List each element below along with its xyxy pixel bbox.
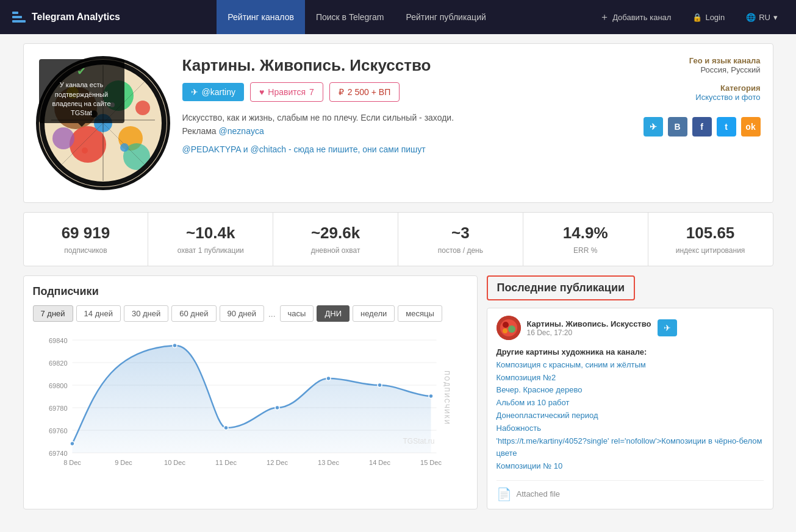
publications-panel: Последние публикации Картины. Живопис (487, 275, 773, 509)
channel-profile: ✔ У канала есть подтверждённый владелец … (23, 43, 773, 203)
pub-content-title: Другие картины художника на канале: (497, 347, 647, 356)
subscribers-chart: 69840 69820 69800 69780 69760 69740 (33, 331, 468, 477)
facebook-share-icon[interactable]: f (692, 117, 712, 137)
svg-point-51 (503, 322, 509, 328)
chitach-link[interactable]: @chitach (251, 144, 287, 154)
stat-err-value: 14.9% (529, 224, 642, 243)
pub-attached-file: 📄 Attached file (497, 480, 764, 502)
channel-contacts: @PEDAKTYPA и @chitach - сюда не пишите, … (182, 144, 631, 154)
like-count: 7 (309, 87, 314, 97)
chart-panel: Подписчики 7 дней 14 дней 30 дней 60 дне… (23, 275, 478, 509)
filter-90days[interactable]: 90 дней (220, 305, 264, 322)
stat-daily-reach-value: ~29.6k (279, 224, 392, 243)
plus-icon: ＋ (600, 11, 609, 24)
svg-text:69840: 69840 (48, 337, 67, 344)
svg-point-17 (82, 147, 88, 154)
stat-subscribers: 69 919 подписчиков (24, 213, 149, 266)
desc-line2: Реклама (182, 126, 217, 136)
pedaktypa-link[interactable]: @PEDAKTYPA (182, 144, 241, 154)
header: Telegram Analytics Рейтинг каналов Поиск… (0, 0, 796, 34)
filter-7days[interactable]: 7 дней (33, 305, 73, 322)
pub-telegram-button[interactable]: ✈ (658, 319, 677, 336)
logo-bar-2 (12, 16, 22, 18)
svg-text:11 Dec: 11 Dec (215, 459, 237, 466)
add-channel-label: Добавить канал (612, 13, 671, 22)
globe-icon: 🌐 (746, 13, 756, 22)
category-link[interactable]: Искусство и фото (695, 93, 760, 102)
stat-err-label: ERR % (573, 246, 597, 255)
filter-hours[interactable]: часы (280, 305, 314, 322)
pub-link-1[interactable]: Композиция №2 (497, 373, 556, 382)
category-value: Искусство и фото (695, 93, 760, 102)
pub-link-0[interactable]: Композиция с красным, синим и жёлтым (497, 360, 646, 369)
filter-14days[interactable]: 14 дней (76, 305, 121, 322)
category-section: Категория Искусство и фото (695, 83, 760, 102)
pub-content: Другие картины художника на канале: Комп… (497, 346, 764, 473)
stat-posts-day-label: постов / день (438, 246, 483, 255)
like-button[interactable]: ♥ Нравится 7 (250, 82, 323, 102)
channel-info: Картины. Живопись. Искусство ✈ @kartiny … (182, 56, 631, 190)
verified-tooltip: ✔ У канала есть подтверждённый владелец … (39, 59, 124, 123)
pub-channel-info: Картины. Живопись. Искусство 16 Dec, 17:… (527, 319, 651, 337)
telegram-share-icon[interactable]: ✈ (644, 117, 663, 137)
publications-title: Последние публикации (487, 275, 636, 300)
nav-search[interactable]: Поиск в Telegram (305, 0, 395, 34)
pub-link-7[interactable]: Композиции № 10 (497, 461, 563, 470)
filter-days[interactable]: ДНИ (317, 305, 350, 322)
attached-file-label: Attached file (517, 489, 561, 498)
price-button[interactable]: ₽ 2 500 + ВП (329, 82, 400, 102)
svg-point-35 (275, 406, 279, 410)
pub-link-2[interactable]: Вечер. Красное дерево (497, 385, 583, 394)
svg-point-33 (173, 344, 177, 348)
language-selector[interactable]: 🌐 RU ▾ (740, 13, 784, 22)
filter-months[interactable]: месяцы (398, 305, 442, 322)
bottom-section: Подписчики 7 дней 14 дней 30 дней 60 дне… (23, 275, 773, 509)
stat-posts-day-value: ~3 (404, 224, 517, 243)
svg-text:10 Dec: 10 Dec (164, 459, 185, 466)
logo-icon (12, 12, 26, 23)
pub-link-5[interactable]: Набожность (497, 424, 541, 433)
pub-link-3[interactable]: Альбом из 10 работ (497, 398, 570, 407)
nav-publications-rating[interactable]: Рейтинг публикаций (395, 0, 497, 34)
category-title: Категория (695, 83, 760, 93)
odnoklassniki-share-icon[interactable]: ok (741, 117, 761, 137)
svg-point-34 (224, 426, 228, 430)
svg-text:13 Dec: 13 Dec (318, 459, 339, 466)
stat-citation: 105.65 индекс цитирования (648, 213, 773, 266)
svg-text:69740: 69740 (48, 450, 67, 457)
lang-label: RU (759, 13, 770, 22)
pub-date: 16 Dec, 17:20 (527, 328, 651, 337)
ad-handle-link[interactable]: @neznayca (219, 126, 264, 136)
stat-subscribers-value: 69 919 (30, 224, 142, 243)
vk-share-icon[interactable]: В (668, 117, 687, 137)
login-button[interactable]: 🔒 Login (686, 13, 731, 22)
filter-30days[interactable]: 30 дней (124, 305, 168, 322)
svg-point-52 (508, 325, 515, 333)
main-content: ✔ У канала есть подтверждённый владелец … (14, 34, 783, 519)
pub-link-4[interactable]: Донеопластический период (497, 411, 598, 420)
filter-separator: ... (267, 309, 277, 319)
svg-text:9 Dec: 9 Dec (115, 459, 132, 466)
geo-value: Россия, Русский (689, 65, 761, 74)
logo: Telegram Analytics (12, 12, 120, 23)
stats-row: 69 919 подписчиков ~10.4k охват 1 публик… (23, 212, 773, 266)
filter-60days[interactable]: 60 дней (171, 305, 216, 322)
logo-bar-3 (12, 20, 26, 23)
stat-citation-value: 105.65 (654, 224, 767, 243)
logo-text: Telegram Analytics (32, 12, 120, 23)
stat-daily-reach-label: дневной охват (311, 246, 360, 255)
pub-channel-name: Картины. Живопись. Искусство (527, 319, 651, 328)
pub-telegram-icon: ✈ (664, 323, 671, 333)
svg-text:15 Dec: 15 Dec (420, 459, 442, 466)
like-label: Нравится (268, 87, 306, 97)
pub-link-6[interactable]: 'https://t.me/kartiny/4052?single' rel='… (497, 436, 762, 458)
contacts-separator: и (243, 144, 251, 154)
add-channel-button[interactable]: ＋ Добавить канал (593, 11, 677, 24)
geo-section: Гео и язык канала Россия, Русский (689, 56, 761, 74)
filter-weeks[interactable]: недели (353, 305, 395, 322)
nav-right: ＋ Добавить канал 🔒 Login 🌐 RU ▾ (593, 11, 784, 24)
twitter-share-icon[interactable]: t (717, 117, 736, 137)
svg-point-18 (120, 143, 129, 152)
telegram-button[interactable]: ✈ @kartiny (182, 83, 244, 101)
nav-channel-rating[interactable]: Рейтинг каналов (217, 0, 305, 34)
